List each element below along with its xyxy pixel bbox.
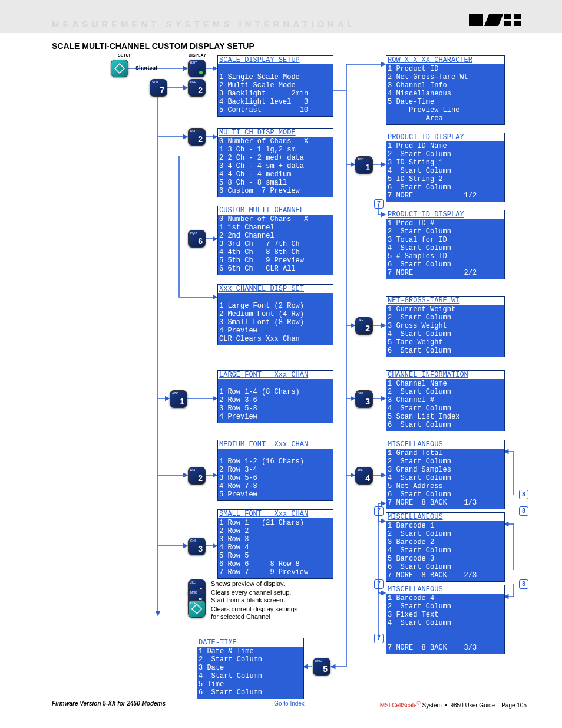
keycap-abc1b[interactable]: ABC1 (355, 156, 373, 174)
screen-product-id-1: PRODUCT ID DISPLAY1 Prod ID Name 2 Start… (386, 133, 505, 202)
keycap-num: 4 (365, 473, 370, 483)
screen-title: LARGE FONT Xxx CHAN (218, 371, 333, 379)
nav-step-7: 7 (374, 199, 384, 209)
screen-misc-2: MISCELLANEOUS1 Barcode 1 2 Start Column … (386, 512, 505, 582)
screen-title: CHANNEL INFORMATION (386, 371, 504, 379)
keycap-num: 2 (198, 134, 203, 144)
keycap-sup: PQR (190, 231, 197, 235)
nav-step-8: 8 (519, 506, 528, 516)
screen-body: 1 Large Font (2 Row) 2 Medium Font (4 Rw… (218, 293, 333, 345)
keycap-sup: DEF (358, 318, 363, 322)
page-title: SCALE MULTI-CHANNEL CUSTOM DISPLAY SETUP (52, 41, 562, 51)
screen-product-id-2: PRODUCT ID DISPLAY1 Prod ID # 2 Start Co… (386, 210, 505, 279)
screen-channel-info: CHANNEL INFORMATION1 Channel Name 2 Star… (386, 370, 505, 431)
keycap-sup: ABC (358, 157, 363, 161)
svg-marker-7 (192, 604, 201, 614)
company-name: MEASUREMENT SYSTEMS INTERNATIONAL (52, 19, 356, 29)
setup-label: SETUP (118, 53, 131, 57)
screen-misc-3: MISCELLANEOUS1 Barcode 4 2 Start Column … (386, 585, 505, 654)
screen-body: 1 Prod ID Name 2 Start Column 3 ID Strin… (386, 141, 504, 202)
keycap-mno5b[interactable]: MNO5 (313, 658, 330, 676)
svg-rect-3 (504, 21, 511, 26)
keycap-sup: MNO (315, 659, 322, 663)
screen-body: 1 Date & Time 2 Start Column 3 Date 4 St… (197, 647, 303, 699)
keycap-num: 3 (198, 544, 203, 554)
keycap-sup: DEF (190, 468, 196, 472)
keycap-sup: JKL (358, 468, 363, 472)
screen-body: 1 Barcode 1 2 Start Column 3 Barcode 2 4… (386, 521, 504, 581)
keycap-def2b[interactable]: DEF2 (188, 128, 206, 146)
note-preview: Shows preview of display. (211, 580, 285, 588)
screen-title: MISCELLANEOUS (386, 440, 504, 449)
keycap-def2a[interactable]: DEF2 (188, 79, 206, 97)
screen-title: MISCELLANEOUS (386, 513, 504, 521)
msi-logo (469, 13, 522, 29)
shortcut-label: Shortcut (135, 64, 157, 72)
screen-body: 1 Row 1-4 (8 Chars) 2 Row 3-6 3 Row 5-8 … (218, 379, 333, 423)
screen-title: ROW X-X XX CHARACTER (386, 56, 504, 64)
screen-title: MULTI CH DISP MODE (218, 129, 333, 137)
svg-marker-1 (484, 14, 503, 26)
screen-title: MISCELLANEOUS (386, 585, 504, 594)
screen-title: SMALL FONT Xxx CHAN (218, 510, 333, 518)
keycap-num: 7 (160, 85, 164, 95)
keycap-jkl4b[interactable]: JKL4 (355, 467, 373, 485)
nav-step-8: 8 (519, 579, 528, 589)
keycap-def2c[interactable]: DEF2 (188, 467, 206, 485)
keycap-ghi3a[interactable]: GHI3 (188, 538, 206, 555)
firmware-version: Firmware Version 5-XX for 2450 Modems (52, 700, 166, 707)
screen-body: 1 Row 1 (21 Chars) 2 Row 2 3 Row 3 4 Row… (218, 518, 333, 578)
svg-rect-0 (469, 14, 483, 26)
screen-medium-font: MEDIUM FONT Xxx CHAN 1 Row 1-2 (16 Chars… (217, 440, 333, 501)
keycap-num: 3 (365, 397, 370, 406)
keycap-sup: STU (152, 80, 158, 84)
keycap-sup: JKL (190, 581, 196, 584)
keycap-num: 2 (198, 473, 203, 483)
go-to-index-link[interactable]: Go to Index (274, 700, 305, 707)
svg-rect-2 (504, 14, 511, 19)
note-clears-current: Clears current display settings for sele… (211, 605, 297, 621)
keycap-nav[interactable] (111, 60, 128, 77)
note-clears-every: Clears every channel setup. Start from a… (211, 589, 291, 604)
keycap-clr[interactable]: CLR (188, 600, 206, 618)
screen-small-font: SMALL FONT Xxx CHAN1 Row 1 (21 Chars) 2 … (217, 509, 333, 579)
screen-body: 1 Row 1-2 (16 Chars) 2 Row 3-4 3 Row 5-6… (218, 449, 333, 500)
keycap-def2d[interactable]: DEF2 (355, 317, 373, 335)
keycap-num: 5 (323, 664, 328, 674)
keycap-sup: EXIT (190, 61, 197, 64)
keycap-num: 1 (365, 163, 370, 172)
screen-body: 0 Number of Chans X 1 1st Channel 2 2nd … (218, 215, 333, 275)
screen-multi-ch-disp-mode: MULTI CH DISP MODE0 Number of Chans X 1 … (217, 128, 333, 197)
keycap-ghi3b[interactable]: GHI3 (355, 390, 373, 408)
page-number: Page 105 (501, 702, 527, 709)
keycap-num: 2 (365, 324, 370, 333)
nav-step-7: 7 (374, 579, 384, 589)
screen-net-gross-tare: NET-GROSS-TARE WT1 Current Weight 2 Star… (386, 296, 505, 357)
screen-body: 1 Product ID 2 Net-Gross-Tare Wt 3 Chann… (386, 64, 504, 124)
screen-scale-display-setup: SCALE DISPLAY SETUP 1 Single Scale Mode … (217, 55, 333, 117)
keycap-abc1a[interactable]: ABC1 (170, 390, 187, 408)
screen-title: MEDIUM FONT Xxx CHAN (218, 440, 333, 449)
keycap-exit[interactable]: EXIT (188, 60, 206, 77)
keycap-num: 6 (198, 236, 203, 246)
screen-body: 0 Number of Chans X 1 3 Ch - 1 lg,2 sm 2… (218, 137, 333, 197)
keycap-sup: DEF (190, 129, 196, 133)
keycap-sup: MNO (190, 591, 197, 594)
keycap-pqr6[interactable]: PQR6 (188, 230, 206, 248)
svg-rect-4 (514, 14, 521, 19)
keycap-sup: GHI (190, 539, 196, 542)
screen-channel-disp-set: Xxx CHANNEL DISP SET 1 Large Font (2 Row… (217, 284, 333, 345)
screen-body: 1 Current Weight 2 Start Column 3 Gross … (386, 305, 504, 357)
keycap-sup: DEF (190, 80, 196, 84)
keycap-stu7[interactable]: STU7 (150, 79, 167, 97)
page-footer: Firmware Version 5-XX for 2450 Modems Go… (52, 700, 527, 709)
keycap-sup: GHI (358, 391, 363, 395)
svg-rect-5 (514, 21, 521, 26)
screen-title: PRODUCT ID DISPLAY (386, 210, 504, 219)
screen-date-time: DATE-TIME1 Date & Time 2 Start Column 3 … (197, 638, 304, 699)
screen-body: 1 Channel Name 2 Start Column 3 Channel … (386, 379, 504, 431)
keycap-num: 1 (180, 397, 184, 406)
screen-large-font: LARGE FONT Xxx CHAN 1 Row 1-4 (8 Chars) … (217, 370, 333, 423)
nav-step-7: 7 (374, 506, 384, 516)
screen-title: PRODUCT ID DISPLAY (386, 133, 504, 141)
